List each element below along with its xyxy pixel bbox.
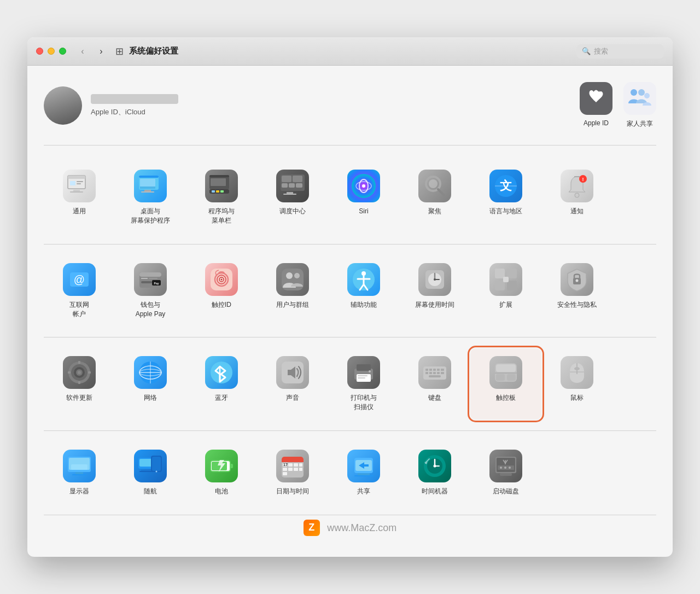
pref-network[interactable]: 网络: [115, 348, 186, 420]
svg-rect-115: [441, 372, 444, 374]
forward-button[interactable]: ›: [94, 46, 109, 57]
pref-datetime[interactable]: 17 日期与时间: [257, 442, 328, 504]
pref-accessibility[interactable]: 辅助功能: [328, 255, 399, 327]
internet-label: 互联网帐户: [69, 300, 89, 319]
minimize-button[interactable]: [48, 48, 55, 55]
svg-point-167: [509, 467, 511, 469]
pref-users[interactable]: 用户与群组: [257, 255, 328, 327]
pref-dock[interactable]: 程序坞与菜单栏: [186, 162, 257, 233]
bluetooth-label: 蓝牙: [215, 393, 228, 403]
keyboard-label: 键盘: [428, 393, 441, 403]
family-label: 家人共享: [627, 119, 653, 129]
pref-startup[interactable]: 启动磁盘: [470, 442, 541, 504]
svg-rect-114: [437, 372, 440, 374]
svg-rect-30: [283, 194, 296, 195]
svg-point-60: [221, 278, 223, 280]
datetime-label: 日期与时间: [276, 487, 309, 496]
pref-print[interactable]: 打印机与扫描仪: [328, 348, 399, 420]
siri-label: Siri: [359, 207, 368, 216]
svg-rect-119: [496, 364, 516, 372]
pref-sharing[interactable]: 共享: [328, 442, 399, 504]
profile-subtitle[interactable]: Apple ID、iCloud: [91, 107, 178, 117]
svg-point-86: [78, 371, 81, 374]
pref-siri[interactable]: Siri: [328, 162, 399, 233]
svg-rect-75: [495, 269, 505, 278]
svg-rect-141: [282, 459, 304, 462]
timemachine-icon: [418, 450, 451, 482]
apple-id-action[interactable]: Apple ID: [580, 82, 612, 129]
svg-rect-111: [425, 372, 428, 374]
language-label: 语言与地区: [489, 207, 522, 216]
svg-rect-145: [299, 463, 302, 467]
svg-point-41: [575, 193, 579, 197]
svg-rect-144: [294, 463, 298, 467]
svg-rect-154: [358, 473, 370, 475]
pref-mission[interactable]: 调度中心: [257, 162, 328, 233]
display-label: 显示器: [69, 487, 89, 496]
back-button[interactable]: ‹: [75, 46, 90, 57]
pref-display[interactable]: 显示器: [44, 442, 115, 504]
svg-point-104: [369, 370, 371, 372]
svg-point-62: [286, 272, 293, 279]
system-preferences-window: ‹ › ⊞ 系统偏好设置 🔍 搜索 Apple ID、iCloud: [27, 37, 673, 557]
pref-language[interactable]: 文 语言与地区: [470, 162, 541, 233]
search-box[interactable]: 🔍 搜索: [576, 44, 664, 59]
sidecar-icon: [134, 450, 167, 482]
grid-icon[interactable]: ⊞: [115, 45, 124, 57]
svg-rect-20: [212, 190, 215, 193]
sidecar-label: 随航: [144, 487, 157, 496]
avatar-image: [44, 86, 82, 125]
wallet-icon: Pay: [134, 263, 167, 296]
pref-sound[interactable]: 声音: [257, 348, 328, 420]
pref-spotlight[interactable]: 聚焦: [399, 162, 470, 233]
svg-rect-79: [503, 277, 509, 282]
svg-rect-11: [139, 176, 159, 178]
svg-rect-116: [429, 375, 441, 377]
svg-rect-146: [283, 468, 287, 471]
pref-sidecar[interactable]: 随航: [115, 442, 186, 504]
titlebar: ‹ › ⊞ 系统偏好设置 🔍 搜索: [27, 37, 673, 66]
pref-battery[interactable]: 电池: [186, 442, 257, 504]
search-icon: 🔍: [582, 47, 591, 55]
extensions-icon: [489, 263, 522, 296]
svg-point-0: [631, 89, 637, 96]
mission-icon: [276, 170, 309, 202]
pref-trackpad[interactable]: 触控板: [470, 348, 541, 420]
pref-touchid[interactable]: 触控ID: [186, 255, 257, 327]
avatar[interactable]: [44, 86, 82, 125]
pref-bluetooth[interactable]: 蓝牙: [186, 348, 257, 420]
prefs-grid-3: 软件更新 网络: [44, 348, 656, 420]
svg-rect-128: [71, 464, 88, 470]
svg-text:!: !: [582, 177, 584, 182]
pref-notifications[interactable]: ! 通知: [541, 162, 612, 233]
svg-rect-89: [68, 371, 71, 374]
pref-screentime[interactable]: 屏幕使用时间: [399, 255, 470, 327]
screentime-label: 屏幕使用时间: [415, 300, 454, 310]
svg-rect-130: [139, 459, 153, 467]
close-button[interactable]: [36, 48, 43, 55]
maximize-button[interactable]: [59, 48, 66, 55]
pref-internet[interactable]: @ 互联网帐户: [44, 255, 115, 327]
svg-rect-88: [78, 381, 80, 384]
svg-point-63: [294, 273, 300, 278]
pref-extensions[interactable]: 扩展: [470, 255, 541, 327]
svg-rect-48: [139, 272, 161, 277]
pref-timemachine[interactable]: 时间机器: [399, 442, 470, 504]
pref-mouse[interactable]: 鼠标: [541, 348, 612, 420]
bluetooth-icon: [205, 356, 238, 389]
pref-keyboard[interactable]: 键盘: [399, 348, 470, 420]
apple-id-label: Apple ID: [584, 119, 609, 127]
svg-rect-168: [500, 473, 512, 476]
pref-wallet[interactable]: Pay 钱包与Apple Pay: [115, 255, 186, 327]
accessibility-label: 辅助功能: [351, 300, 377, 310]
desktop-label: 桌面与屏幕保护程序: [131, 207, 170, 225]
svg-rect-52: [149, 278, 158, 279]
pref-general[interactable]: 通用: [44, 162, 115, 233]
pref-security[interactable]: 安全性与隐私: [541, 255, 612, 327]
svg-rect-5: [70, 181, 75, 185]
apple-id-icon: [580, 82, 612, 115]
family-sharing-action[interactable]: 家人共享: [623, 82, 656, 129]
pref-software[interactable]: 软件更新: [44, 348, 115, 420]
prefs-section-1: 通用 桌面与屏幕保护程序: [44, 151, 656, 244]
pref-desktop[interactable]: 桌面与屏幕保护程序: [115, 162, 186, 233]
